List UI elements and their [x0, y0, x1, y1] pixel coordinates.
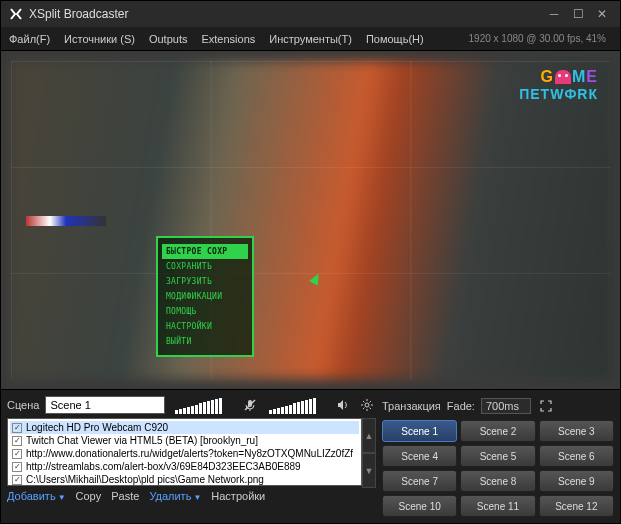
scene-label: Сцена: [7, 399, 39, 411]
pause-menu-item: СОХРАНИТЬ: [162, 259, 248, 274]
transition-label: Транзакция: [382, 400, 441, 412]
bottom-panel: Сцена ✓Logitech HD Pro Webcam C920✓Twitc…: [1, 390, 620, 523]
source-label: http://www.donationalerts.ru/widget/aler…: [26, 448, 353, 459]
source-list-item[interactable]: ✓Logitech HD Pro Webcam C920: [10, 421, 359, 434]
logo-line2: ПETWФRК: [519, 87, 598, 101]
logo-letter: G: [541, 68, 554, 85]
paste-source-button[interactable]: Paste: [111, 490, 139, 502]
pause-menu-item: ПОМОЩЬ: [162, 304, 248, 319]
audio-meter-speaker[interactable]: [265, 396, 328, 414]
scene-button[interactable]: Scene 5: [460, 445, 535, 467]
scene-button[interactable]: Scene 10: [382, 495, 457, 517]
scene-button[interactable]: Scene 12: [539, 495, 614, 517]
scene-name-input[interactable]: [45, 396, 165, 414]
source-list-item[interactable]: ✓http://www.donationalerts.ru/widget/ale…: [10, 447, 359, 460]
scene-button[interactable]: Scene 1: [382, 420, 457, 442]
scene-button[interactable]: Scene 8: [460, 470, 535, 492]
scene-button[interactable]: Scene 9: [539, 470, 614, 492]
fade-label: Fade:: [447, 400, 475, 412]
scene-grid: Scene 1Scene 2Scene 3Scene 4Scene 5Scene…: [382, 420, 614, 517]
logo-letter: M: [572, 68, 586, 85]
source-label: Logitech HD Pro Webcam C920: [26, 422, 168, 433]
overlay-logo[interactable]: GME ПETWФRК: [519, 69, 598, 101]
scene-button[interactable]: Scene 2: [460, 420, 535, 442]
scene-header-row: Сцена: [7, 396, 376, 414]
ghost-icon: [554, 70, 572, 87]
menu-outputs[interactable]: Outputs: [149, 33, 188, 45]
titlebar: XSplit Broadcaster ─ ☐ ✕: [1, 1, 620, 27]
scene-button[interactable]: Scene 6: [539, 445, 614, 467]
app-window: XSplit Broadcaster ─ ☐ ✕ Файл(F) Источни…: [0, 0, 621, 524]
source-visibility-checkbox[interactable]: ✓: [12, 449, 22, 459]
source-label: Twitch Chat Viewer via HTML5 (BETA) [bro…: [26, 435, 258, 446]
sources-panel: Сцена ✓Logitech HD Pro Webcam C920✓Twitc…: [7, 396, 376, 517]
transition-row: Транзакция Fade:: [382, 396, 614, 416]
fade-duration-input[interactable]: [481, 398, 531, 414]
source-visibility-checkbox[interactable]: ✓: [12, 436, 22, 446]
source-label: http://streamlabs.com/alert-box/v3/69E84…: [26, 461, 301, 472]
mic-mute-icon[interactable]: [241, 396, 259, 414]
menu-tools[interactable]: Инструменты(T): [269, 33, 352, 45]
sources-toolbar: Добавить▼ Copy Paste Удалить▼ Настройки: [7, 488, 376, 502]
source-list-item[interactable]: ✓Twitch Chat Viewer via HTML5 (BETA) [br…: [10, 434, 359, 447]
scene-button[interactable]: Scene 3: [539, 420, 614, 442]
scenes-panel: Транзакция Fade: Scene 1Scene 2Scene 3Sc…: [382, 396, 614, 517]
menu-sources[interactable]: Источники (S): [64, 33, 135, 45]
pause-menu-item: ВЫЙТИ: [162, 334, 248, 349]
stream-status: 1920 x 1080 @ 30.00 fps, 41%: [438, 33, 612, 44]
menubar: Файл(F) Источники (S) Outputs Extensions…: [1, 27, 620, 51]
fullscreen-icon[interactable]: [537, 397, 555, 415]
source-list-item[interactable]: ✓http://streamlabs.com/alert-box/v3/69E8…: [10, 460, 359, 473]
speaker-icon[interactable]: [334, 396, 352, 414]
game-pause-menu: БЫСТРОЕ СОХРСОХРАНИТЬЗАГРУЗИТЬМОДИФИКАЦИ…: [156, 236, 254, 357]
maximize-button[interactable]: ☐: [568, 6, 588, 22]
source-visibility-checkbox[interactable]: ✓: [12, 475, 22, 485]
minimize-button[interactable]: ─: [544, 6, 564, 22]
app-icon: [9, 7, 23, 21]
source-visibility-checkbox[interactable]: ✓: [12, 423, 22, 433]
sources-list[interactable]: ✓Logitech HD Pro Webcam C920✓Twitch Chat…: [7, 418, 362, 486]
menu-help[interactable]: Помощь(H): [366, 33, 424, 45]
app-title: XSplit Broadcaster: [29, 7, 128, 21]
source-settings-button[interactable]: Настройки: [211, 490, 265, 502]
source-label: C:\Users\Mikhail\Desktop\pld pics\Game N…: [26, 474, 264, 485]
pause-menu-item: НАСТРОЙКИ: [162, 319, 248, 334]
scene-button[interactable]: Scene 11: [460, 495, 535, 517]
pause-menu-item: БЫСТРОЕ СОХР: [162, 244, 248, 259]
close-button[interactable]: ✕: [592, 6, 612, 22]
add-source-button[interactable]: Добавить▼: [7, 490, 66, 502]
pause-menu-item: МОДИФИКАЦИИ: [162, 289, 248, 304]
preview-area[interactable]: GME ПETWФRК БЫСТРОЕ СОХРСОХРАНИТЬЗАГРУЗИ…: [1, 51, 620, 390]
menu-extensions[interactable]: Extensions: [201, 33, 255, 45]
settings-gear-icon[interactable]: [358, 396, 376, 414]
audio-meter-mic[interactable]: [171, 396, 234, 414]
source-move-up[interactable]: ▲: [362, 418, 376, 453]
svg-point-2: [365, 403, 369, 407]
source-move-down[interactable]: ▼: [362, 453, 376, 488]
overlay-source-strip[interactable]: [26, 216, 106, 226]
scene-button[interactable]: Scene 7: [382, 470, 457, 492]
logo-letter: E: [586, 68, 598, 85]
scene-button[interactable]: Scene 4: [382, 445, 457, 467]
source-list-item[interactable]: ✓C:\Users\Mikhail\Desktop\pld pics\Game …: [10, 473, 359, 486]
menu-file[interactable]: Файл(F): [9, 33, 50, 45]
copy-source-button[interactable]: Copy: [76, 490, 102, 502]
pause-menu-item: ЗАГРУЗИТЬ: [162, 274, 248, 289]
source-visibility-checkbox[interactable]: ✓: [12, 462, 22, 472]
delete-source-button[interactable]: Удалить▼: [149, 490, 201, 502]
